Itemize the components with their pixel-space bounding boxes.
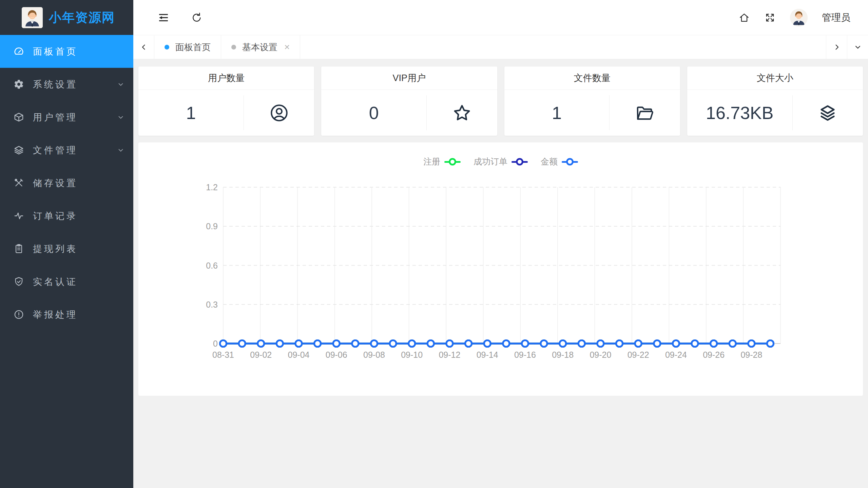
clipboard-icon <box>14 243 24 254</box>
tabbar-spacer <box>300 35 826 59</box>
sidebar-item-label: 举报处理 <box>33 309 78 321</box>
topbar-left <box>133 12 202 23</box>
svg-text:09-26: 09-26 <box>703 350 725 359</box>
sidebar-item-file-management[interactable]: 文件管理 <box>0 134 133 167</box>
svg-text:08-31: 08-31 <box>212 350 234 359</box>
svg-text:09-08: 09-08 <box>363 350 385 359</box>
svg-text:09-06: 09-06 <box>326 350 347 359</box>
sidebar-item-user-management[interactable]: 用户管理 <box>0 101 133 134</box>
legend-item-0[interactable]: 注册 <box>423 156 461 167</box>
legend-label: 注册 <box>423 156 440 167</box>
tab-label: 面板首页 <box>175 41 211 53</box>
tabs-dropdown-button[interactable] <box>847 35 868 59</box>
cube-icon <box>14 112 24 122</box>
stat-card-title: 文件大小 <box>687 66 863 90</box>
svg-text:09-04: 09-04 <box>288 350 310 359</box>
user-avatar[interactable] <box>790 9 808 26</box>
stat-card-icon-holder <box>244 90 314 136</box>
legend-marker <box>562 158 578 166</box>
svg-text:09-10: 09-10 <box>401 350 423 359</box>
stat-card-vip-users: VIP用户0 <box>321 66 497 136</box>
svg-text:09-14: 09-14 <box>477 350 498 359</box>
tab-dashboard[interactable]: 面板首页 <box>154 35 221 59</box>
sidebar-item-storage-settings[interactable]: 储存设置 <box>0 167 133 199</box>
legend-item-1[interactable]: 成功订单 <box>474 156 528 167</box>
legend-marker <box>512 158 528 166</box>
home-icon[interactable] <box>738 12 750 23</box>
refresh-icon[interactable] <box>191 12 202 23</box>
layers-icon <box>14 145 24 155</box>
topbar-right: 管理员 <box>738 9 868 26</box>
stat-card-file-size: 文件大小16.73KB <box>687 66 863 136</box>
sidebar-item-system-settings[interactable]: 系统设置 <box>0 68 133 101</box>
sidebar-item-label: 储存设置 <box>33 177 78 189</box>
tabs-prev-button[interactable] <box>133 35 154 59</box>
stat-card-value: 1 <box>138 95 244 130</box>
logo-row: 小年资源网 <box>0 0 133 35</box>
svg-text:0.3: 0.3 <box>206 300 218 309</box>
stat-card-icon-holder <box>793 90 863 136</box>
stat-cards-row: 用户数量1VIP用户0文件数量1文件大小16.73KB <box>138 66 863 136</box>
sidebar: 小年资源网 面板首页系统设置用户管理文件管理储存设置订单记录提现列表实名认证举报… <box>0 0 133 488</box>
chart-legend: 注册成功订单金额 <box>138 156 863 167</box>
stat-card-body: 1 <box>504 90 680 136</box>
stat-card-value: 16.73KB <box>687 95 793 130</box>
stat-card-title: VIP用户 <box>321 66 497 90</box>
svg-text:09-18: 09-18 <box>552 350 574 359</box>
chevron-down-icon <box>117 81 124 88</box>
svg-text:1.2: 1.2 <box>206 182 218 192</box>
svg-text:0.6: 0.6 <box>206 261 218 270</box>
sidebar-item-dashboard[interactable]: 面板首页 <box>0 35 133 68</box>
tabbar: 面板首页基本设置× <box>133 35 868 59</box>
chart-panel: 注册成功订单金额 00.30.60.91.208-3109-0209-0409-… <box>138 142 863 396</box>
tab-label: 基本设置 <box>242 41 277 53</box>
app-logo-avatar <box>22 7 43 28</box>
chevron-down-icon <box>117 147 124 154</box>
sidebar-menu: 面板首页系统设置用户管理文件管理储存设置订单记录提现列表实名认证举报处理 <box>0 35 133 331</box>
content: 用户数量1VIP用户0文件数量1文件大小16.73KB 注册成功订单金额 00.… <box>133 59 868 396</box>
topbar: 管理员 <box>133 0 868 35</box>
sidebar-item-label: 面板首页 <box>33 45 78 58</box>
sidebar-item-report-handling[interactable]: 举报处理 <box>0 298 133 331</box>
stat-card-title: 用户数量 <box>138 66 314 90</box>
stat-card-value: 0 <box>321 95 427 130</box>
svg-text:0: 0 <box>213 339 218 348</box>
tab-basic-settings[interactable]: 基本设置× <box>221 35 300 59</box>
stat-card-value: 1 <box>504 95 610 130</box>
folder-open-icon <box>635 103 655 123</box>
gear-icon <box>14 79 24 90</box>
sidebar-item-label: 系统设置 <box>33 78 78 91</box>
sidebar-item-label: 实名认证 <box>33 276 78 288</box>
star-icon <box>452 103 472 123</box>
svg-text:09-20: 09-20 <box>590 350 611 359</box>
user-name[interactable]: 管理员 <box>822 11 850 24</box>
sidebar-item-order-records[interactable]: 订单记录 <box>0 199 133 232</box>
svg-text:09-24: 09-24 <box>665 350 687 359</box>
tab-status-dot <box>165 45 169 50</box>
stack-icon <box>818 103 837 123</box>
tabs-next-button[interactable] <box>826 35 847 59</box>
sidebar-item-label: 用户管理 <box>33 111 78 123</box>
line-chart: 00.30.60.91.208-3109-0209-0409-0609-0809… <box>138 142 863 376</box>
stat-card-body: 0 <box>321 90 497 136</box>
sidebar-item-label: 文件管理 <box>33 144 78 156</box>
svg-text:09-02: 09-02 <box>250 350 272 359</box>
stat-card-body: 1 <box>138 90 314 136</box>
svg-text:0.9: 0.9 <box>206 221 218 231</box>
sidebar-item-label: 提现列表 <box>33 243 78 255</box>
tab-close-icon[interactable]: × <box>284 42 290 52</box>
legend-label: 成功订单 <box>474 156 507 167</box>
fullscreen-icon[interactable] <box>764 12 776 23</box>
stat-card-file-count: 文件数量1 <box>504 66 680 136</box>
legend-item-2[interactable]: 金额 <box>541 156 578 167</box>
collapse-menu-icon[interactable] <box>158 12 169 23</box>
sidebar-item-withdraw-list[interactable]: 提现列表 <box>0 232 133 265</box>
app-title: 小年资源网 <box>49 9 115 26</box>
sidebar-item-realname-auth[interactable]: 实名认证 <box>0 265 133 298</box>
svg-text:09-16: 09-16 <box>514 350 536 359</box>
svg-text:09-12: 09-12 <box>439 350 460 359</box>
legend-marker <box>444 158 461 166</box>
tab-status-dot <box>231 45 236 50</box>
stat-card-body: 16.73KB <box>687 90 863 136</box>
sidebar-item-label: 订单记录 <box>33 210 78 222</box>
